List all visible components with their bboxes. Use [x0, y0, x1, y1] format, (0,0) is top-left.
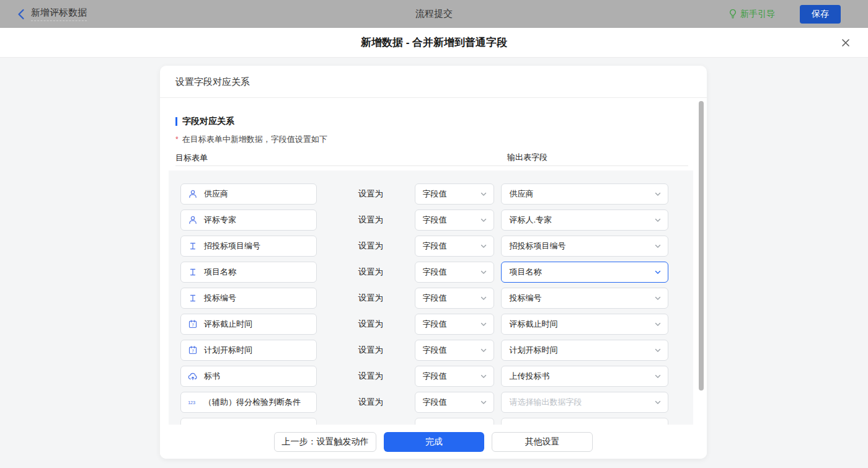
number-icon: 123 — [187, 398, 198, 407]
field-mapping-row: 供应商 设置为 字段值 供应商 — [180, 183, 668, 205]
field-mapping-rows: 供应商 设置为 字段值 供应商 评标专家 设置为 字段值 评标人.专家 招投标项 — [169, 170, 693, 425]
value-type-select[interactable]: 字段值 — [415, 236, 495, 257]
back-button[interactable] — [17, 9, 25, 20]
output-field-select[interactable]: 供应商 — [501, 183, 668, 205]
value-type-select — [415, 418, 495, 425]
output-field-select[interactable]: 计划开标时间 — [501, 340, 668, 361]
set-as-label: 设置为 — [358, 397, 384, 408]
calendar-icon: 7 — [187, 319, 198, 329]
required-note: * 在目标表单中新增数据，字段值设置如下 — [175, 134, 707, 145]
set-as-label: 设置为 — [358, 371, 384, 382]
set-as-label: 设置为 — [358, 345, 384, 356]
target-field-box: 评标专家 — [180, 210, 317, 231]
output-field-select[interactable]: 招投标项目编号 — [501, 236, 668, 257]
chevron-down-icon — [654, 294, 662, 302]
text-icon — [187, 242, 198, 250]
output-field-select[interactable]: 投标编号 — [501, 288, 668, 309]
chevron-down-icon — [480, 216, 487, 224]
modal-body: 设置字段对应关系 字段对应关系 * 在目标表单中新增数据，字段值设置如下 目标表… — [0, 58, 868, 468]
output-field-select[interactable]: 上传投标书 — [501, 366, 668, 387]
upload-icon — [187, 371, 198, 381]
user-icon — [187, 215, 198, 225]
chevron-down-icon — [654, 320, 662, 328]
target-field-box: 123 （辅助）得分检验判断条件 — [180, 392, 317, 413]
chevron-down-icon — [654, 373, 662, 380]
chevron-down-icon — [480, 320, 487, 328]
calendar-icon: 7 — [187, 345, 198, 355]
card-footer: 上一步：设置触发动作 完成 其他设置 — [160, 425, 707, 459]
set-as-label: 设置为 — [358, 267, 384, 278]
chevron-down-icon — [480, 268, 487, 276]
column-divider — [175, 166, 688, 166]
field-mapping-row: 7 计划开标时间 设置为 字段值 计划开标时间 — [180, 340, 668, 361]
field-mapping-row: 评标专家 设置为 字段值 评标人.专家 — [180, 210, 668, 231]
column-headers: 目标表单 输出表字段 — [175, 152, 707, 162]
user-icon — [187, 189, 198, 199]
section-title: 字段对应关系 — [175, 117, 707, 126]
modal-header: 新增数据 - 合并新增到普通字段 — [0, 28, 868, 58]
chevron-down-icon — [654, 347, 662, 354]
svg-text:7: 7 — [192, 349, 194, 353]
target-field-box: 项目名称 — [180, 262, 317, 283]
modal-title: 新增数据 - 合并新增到普通字段 — [361, 35, 507, 50]
chevron-down-icon — [654, 399, 662, 406]
chevron-down-icon — [654, 242, 662, 250]
required-asterisk: * — [175, 135, 179, 144]
output-field-select[interactable]: 评标人.专家 — [501, 210, 668, 231]
target-field-box: 标书 — [180, 366, 317, 387]
chevron-down-icon — [480, 294, 487, 302]
scrollbar-thumb[interactable] — [699, 101, 704, 391]
output-field-select[interactable]: 请选择输出数据字段 — [501, 392, 668, 413]
flow-name[interactable]: 新增评标数据 — [31, 7, 87, 21]
value-type-select[interactable]: 字段值 — [415, 288, 495, 309]
field-mapping-row: 123 （辅助）得分检验判断条件 设置为 字段值 请选择输出数据字段 — [180, 392, 668, 413]
value-type-select[interactable]: 字段值 — [415, 366, 495, 387]
field-mapping-row: 7 评标截止时间 设置为 字段值 评标截止时间 — [180, 314, 668, 335]
required-note-text: 在目标表单中新增数据，字段值设置如下 — [182, 134, 327, 145]
text-icon — [187, 268, 198, 276]
column-output-fields: 输出表字段 — [507, 152, 547, 163]
set-as-label: 设置为 — [358, 214, 384, 226]
other-settings-button[interactable]: 其他设置 — [492, 432, 593, 452]
chevron-down-icon — [654, 268, 662, 276]
chevron-down-icon — [480, 190, 487, 198]
beginner-guide-link[interactable]: 新手引导 — [728, 9, 775, 20]
set-as-label: 设置为 — [358, 319, 384, 330]
target-field-box: 招投标项目编号 — [180, 236, 317, 257]
text-icon — [187, 294, 198, 302]
guide-label: 新手引导 — [740, 9, 775, 20]
close-button[interactable] — [839, 37, 852, 49]
chevron-down-icon — [480, 242, 487, 250]
output-field-select[interactable]: 项目名称 — [501, 262, 668, 283]
field-mapping-card: 设置字段对应关系 字段对应关系 * 在目标表单中新增数据，字段值设置如下 目标表… — [160, 66, 707, 459]
save-button[interactable]: 保存 — [800, 5, 841, 24]
target-field-box: 7 计划开标时间 — [180, 340, 317, 361]
value-type-select[interactable]: 字段值 — [415, 314, 495, 335]
previous-step-button[interactable]: 上一步：设置触发动作 — [274, 432, 376, 452]
lightbulb-icon — [728, 9, 737, 19]
done-button[interactable]: 完成 — [384, 432, 484, 452]
field-mapping-row: 项目名称 设置为 字段值 项目名称 — [180, 262, 668, 283]
svg-text:7: 7 — [192, 323, 194, 327]
chevron-down-icon — [480, 373, 487, 380]
field-mapping-row: 招投标项目编号 设置为 字段值 招投标项目编号 — [180, 236, 668, 257]
output-field-select[interactable]: 评标截止时间 — [501, 314, 668, 335]
value-type-select[interactable]: 字段值 — [415, 392, 495, 413]
svg-text:123: 123 — [188, 400, 195, 405]
value-type-select[interactable]: 字段值 — [415, 262, 495, 283]
back-chevron-icon — [17, 9, 25, 20]
chevron-down-icon — [654, 190, 662, 198]
set-as-label: 设置为 — [358, 241, 384, 252]
target-field-box — [180, 418, 317, 425]
card-header-title: 设置字段对应关系 — [160, 66, 707, 98]
field-mapping-row: 投标编号 设置为 字段值 投标编号 — [180, 288, 668, 309]
value-type-select[interactable]: 字段值 — [415, 183, 495, 205]
target-field-box: 供应商 — [180, 183, 317, 205]
field-mapping-row: 标书 设置为 字段值 上传投标书 — [180, 366, 668, 387]
value-type-select[interactable]: 字段值 — [415, 340, 495, 361]
chevron-down-icon — [480, 347, 487, 354]
output-field-select — [501, 418, 668, 425]
value-type-select[interactable]: 字段值 — [415, 210, 495, 231]
section-title-text: 字段对应关系 — [182, 116, 234, 127]
chevron-down-icon — [480, 399, 487, 406]
